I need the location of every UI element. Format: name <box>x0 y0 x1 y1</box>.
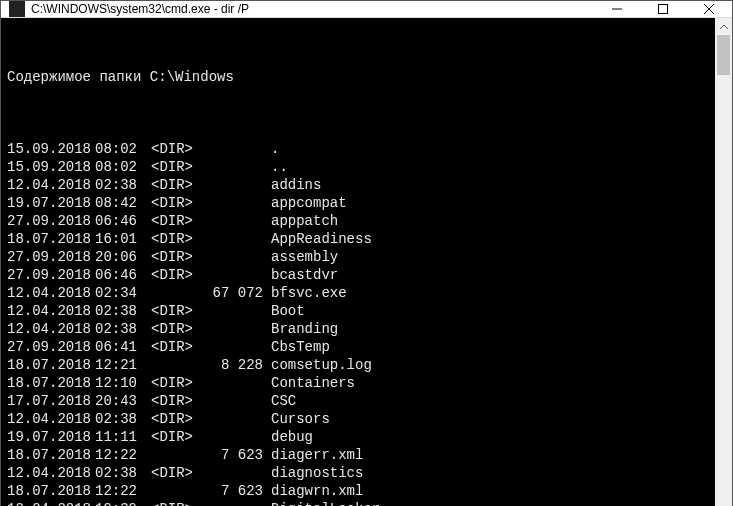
dir-name: Containers <box>271 374 355 392</box>
dir-date: 18.07.2018 <box>7 356 95 374</box>
dir-time: 12:21 <box>95 356 151 374</box>
dir-name: .. <box>271 158 288 176</box>
dir-type: <DIR> <box>151 464 207 482</box>
dir-name: assembly <box>271 248 338 266</box>
dir-row: 15.09.201808:02<DIR>.. <box>7 158 709 176</box>
dir-row: 27.09.201806:41<DIR>CbsTemp <box>7 338 709 356</box>
dir-row: 12.04.201802:38<DIR>Cursors <box>7 410 709 428</box>
dir-type: <DIR> <box>151 302 207 320</box>
dir-name: Boot <box>271 302 305 320</box>
dir-date: 15.09.2018 <box>7 158 95 176</box>
dir-type: <DIR> <box>151 320 207 338</box>
cmd-icon <box>9 1 25 17</box>
dir-type: <DIR> <box>151 212 207 230</box>
dir-time: 02:38 <box>95 410 151 428</box>
dir-row: 15.09.201808:02<DIR>. <box>7 140 709 158</box>
dir-type: <DIR> <box>151 338 207 356</box>
dir-time: 08:42 <box>95 194 151 212</box>
dir-date: 12.04.2018 <box>7 302 95 320</box>
dir-time: 06:46 <box>95 212 151 230</box>
dir-size: 7 623 <box>207 446 271 464</box>
dir-row: 12.04.201802:38<DIR>addins <box>7 176 709 194</box>
dir-time: 19:39 <box>95 500 151 506</box>
dir-type: <DIR> <box>151 500 207 506</box>
chevron-up-icon <box>720 24 728 30</box>
console-output[interactable]: Содержимое папки C:\Windows 15.09.201808… <box>1 18 715 506</box>
dir-date: 18.07.2018 <box>7 482 95 500</box>
window-title: C:\WINDOWS\system32\cmd.exe - dir /P <box>31 2 594 16</box>
dir-name: diagerr.xml <box>271 446 363 464</box>
dir-row: 27.09.201806:46<DIR>bcastdvr <box>7 266 709 284</box>
dir-time: 02:34 <box>95 284 151 302</box>
dir-date: 12.04.2018 <box>7 500 95 506</box>
dir-date: 15.09.2018 <box>7 140 95 158</box>
dir-size: 7 623 <box>207 482 271 500</box>
dir-date: 18.07.2018 <box>7 230 95 248</box>
dir-date: 27.09.2018 <box>7 266 95 284</box>
dir-time: 20:06 <box>95 248 151 266</box>
dir-row: 27.09.201820:06<DIR>assembly <box>7 248 709 266</box>
dir-time: 16:01 <box>95 230 151 248</box>
dir-name: comsetup.log <box>271 356 372 374</box>
minimize-icon <box>612 4 622 14</box>
dir-date: 19.07.2018 <box>7 428 95 446</box>
titlebar[interactable]: C:\WINDOWS\system32\cmd.exe - dir /P <box>1 1 732 18</box>
dir-time: 06:46 <box>95 266 151 284</box>
dir-date: 12.04.2018 <box>7 410 95 428</box>
dir-type: <DIR> <box>151 266 207 284</box>
scroll-track[interactable] <box>715 35 732 506</box>
scroll-up-button[interactable] <box>715 18 732 35</box>
dir-time: 12:22 <box>95 482 151 500</box>
dir-name: debug <box>271 428 313 446</box>
dir-date: 19.07.2018 <box>7 194 95 212</box>
dir-type: <DIR> <box>151 392 207 410</box>
dir-size: 8 228 <box>207 356 271 374</box>
cmd-window: C:\WINDOWS\system32\cmd.exe - dir /P Сод… <box>0 0 733 506</box>
window-controls <box>594 1 732 17</box>
dir-name: bfsvc.exe <box>271 284 347 302</box>
dir-type: <DIR> <box>151 410 207 428</box>
dir-type: <DIR> <box>151 248 207 266</box>
dir-row: 18.07.201812:227 623diagwrn.xml <box>7 482 709 500</box>
dir-time: 08:02 <box>95 158 151 176</box>
dir-row: 12.04.201802:38<DIR>diagnostics <box>7 464 709 482</box>
maximize-button[interactable] <box>640 1 686 17</box>
dir-time: 06:41 <box>95 338 151 356</box>
scroll-thumb[interactable] <box>717 35 730 75</box>
dir-type: <DIR> <box>151 230 207 248</box>
dir-name: bcastdvr <box>271 266 338 284</box>
dir-date: 18.07.2018 <box>7 374 95 392</box>
dir-name: CSC <box>271 392 296 410</box>
dir-name: DigitalLocker <box>271 500 380 506</box>
dir-type: <DIR> <box>151 158 207 176</box>
dir-date: 18.07.2018 <box>7 446 95 464</box>
dir-name: apppatch <box>271 212 338 230</box>
dir-time: 11:11 <box>95 428 151 446</box>
vertical-scrollbar[interactable] <box>715 18 732 506</box>
dir-time: 02:38 <box>95 464 151 482</box>
dir-header: Содержимое папки C:\Windows <box>7 68 709 86</box>
dir-row: 19.07.201811:11<DIR>debug <box>7 428 709 446</box>
dir-date: 12.04.2018 <box>7 320 95 338</box>
dir-name: Cursors <box>271 410 330 428</box>
dir-name: AppReadiness <box>271 230 372 248</box>
dir-row: 12.04.201819:39<DIR>DigitalLocker <box>7 500 709 506</box>
dir-time: 12:22 <box>95 446 151 464</box>
dir-row: 18.07.201812:218 228comsetup.log <box>7 356 709 374</box>
dir-name: diagwrn.xml <box>271 482 363 500</box>
dir-time: 20:43 <box>95 392 151 410</box>
dir-time: 02:38 <box>95 302 151 320</box>
dir-row: 18.07.201816:01<DIR>AppReadiness <box>7 230 709 248</box>
dir-date: 12.04.2018 <box>7 464 95 482</box>
dir-type: <DIR> <box>151 374 207 392</box>
dir-date: 27.09.2018 <box>7 248 95 266</box>
dir-name: appcompat <box>271 194 347 212</box>
dir-row: 19.07.201808:42<DIR>appcompat <box>7 194 709 212</box>
close-button[interactable] <box>686 1 732 17</box>
close-icon <box>704 4 714 14</box>
dir-date: 12.04.2018 <box>7 176 95 194</box>
dir-time: 08:02 <box>95 140 151 158</box>
dir-type: <DIR> <box>151 176 207 194</box>
dir-type: <DIR> <box>151 428 207 446</box>
minimize-button[interactable] <box>594 1 640 17</box>
